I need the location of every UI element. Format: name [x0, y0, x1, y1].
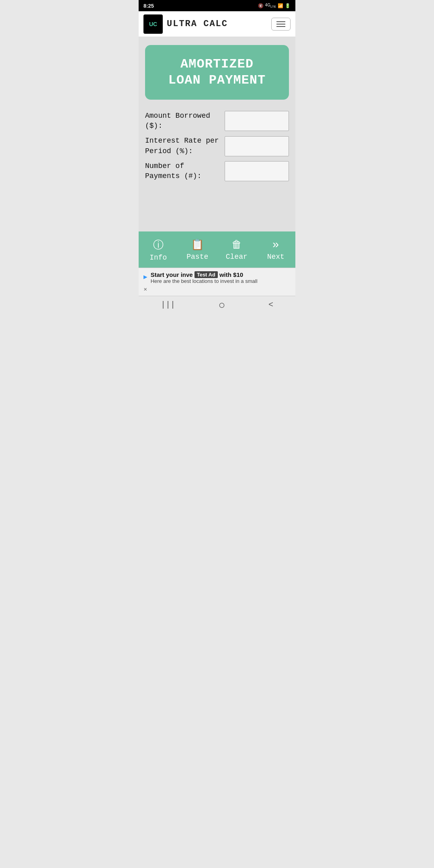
app-header: UC ULTRA CALC — [139, 11, 295, 37]
nav-back-icon[interactable]: ||| — [161, 300, 175, 309]
status-icons: 🔇 4GLTE 📶 🔋 — [258, 3, 291, 8]
paste-label: Paste — [186, 253, 208, 261]
ad-play-icon: ▶ — [143, 273, 147, 281]
ad-banner: ▶ ✕ Start your inveTest Adwith $10 Here … — [139, 268, 295, 296]
interest-rate-input[interactable] — [225, 136, 289, 156]
paste-button[interactable]: 📋 Paste — [178, 231, 217, 268]
form-row-payments: Number of Payments (#): — [145, 161, 289, 181]
info-button[interactable]: ⓘ Info — [139, 231, 178, 268]
title-banner-text: AMORTIZED LOAN PAYMENT — [153, 56, 281, 88]
menu-button[interactable] — [271, 18, 291, 31]
menu-line-3 — [276, 26, 285, 27]
ad-close-icon[interactable]: ✕ — [144, 286, 147, 293]
main-content: AMORTIZED LOAN PAYMENT Amount Borrowed (… — [139, 37, 295, 231]
ad-overlay-label: Test Ad — [194, 271, 218, 278]
ad-left-icons: ▶ ✕ — [143, 271, 147, 293]
num-payments-label: Number of Payments (#): — [145, 161, 221, 181]
action-bar: ⓘ Info 📋 Paste 🗑 Clear » Next — [139, 231, 295, 268]
clear-icon: 🗑 — [231, 238, 242, 251]
form-row-interest: Interest Rate per Period (%): — [145, 136, 289, 156]
menu-line-2 — [276, 24, 285, 25]
clear-label: Clear — [226, 253, 248, 261]
header-left: UC ULTRA CALC — [143, 14, 228, 34]
signal-icon: 📶 — [278, 3, 283, 8]
clear-button[interactable]: 🗑 Clear — [217, 231, 256, 268]
status-time: 8:25 — [143, 3, 154, 9]
next-icon: » — [272, 239, 279, 251]
menu-line-1 — [276, 21, 285, 22]
info-icon: ⓘ — [153, 238, 164, 252]
nav-recents-icon[interactable]: < — [268, 300, 273, 309]
num-payments-input[interactable] — [225, 161, 289, 181]
next-label: Next — [267, 253, 285, 261]
title-banner: AMORTIZED LOAN PAYMENT — [145, 45, 289, 100]
ad-text-block: Start your inveTest Adwith $10 Here are … — [151, 271, 291, 284]
ad-headline-part2: with $10 — [219, 271, 243, 278]
mute-icon: 🔇 — [258, 3, 264, 8]
app-logo: UC — [143, 14, 163, 34]
paste-icon: 📋 — [191, 238, 204, 251]
battery-icon: 🔋 — [285, 3, 291, 8]
status-bar: 8:25 🔇 4GLTE 📶 🔋 — [139, 0, 295, 11]
nav-home-icon[interactable]: ◯ — [219, 300, 224, 310]
info-label: Info — [149, 254, 167, 262]
ad-headline: Start your inveTest Adwith $10 — [151, 271, 291, 278]
form-row-amount: Amount Borrowed ($): — [145, 111, 289, 131]
interest-rate-label: Interest Rate per Period (%): — [145, 136, 221, 156]
amount-borrowed-input[interactable] — [225, 111, 289, 131]
next-button[interactable]: » Next — [256, 231, 296, 268]
form-section: Amount Borrowed ($): Interest Rate per P… — [145, 111, 289, 223]
app-title: ULTRA CALC — [167, 19, 228, 29]
network-icon: 4GLTE — [265, 3, 276, 8]
bottom-nav: ||| ◯ < — [139, 296, 295, 313]
ad-headline-part1: Start your inve — [151, 271, 193, 278]
ad-subtext: Here are the best locations to invest in… — [151, 278, 291, 284]
amount-borrowed-label: Amount Borrowed ($): — [145, 111, 221, 131]
